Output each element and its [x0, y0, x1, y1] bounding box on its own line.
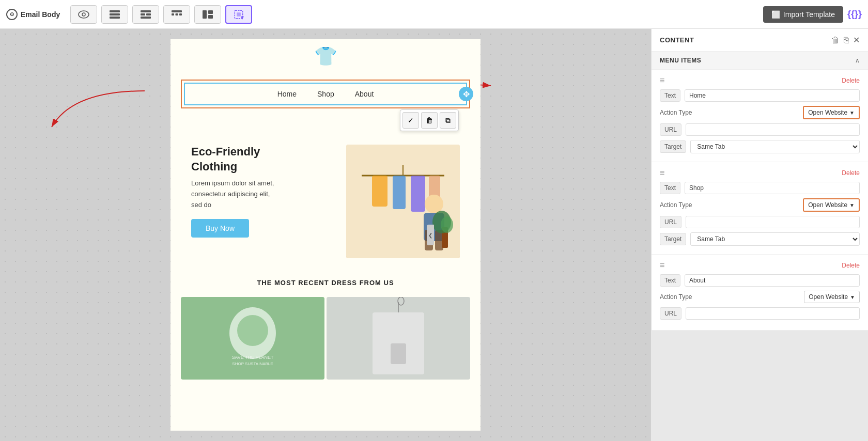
panel-section-header[interactable]: MENU ITEMS ∧	[652, 52, 868, 70]
panel-header-icons: 🗑 ⎘ ✕	[831, 35, 860, 45]
target-select-home[interactable]: Same Tab New Tab	[690, 140, 860, 153]
panel-header: CONTENT 🗑 ⎘ ✕	[652, 29, 868, 52]
menu-section[interactable]: Home Shop About ✥ ✓ 🗑 ⧉	[181, 80, 470, 108]
item-row-home: ≡ Delete	[660, 76, 860, 85]
clothing-illustration	[346, 145, 460, 258]
import-template-button[interactable]: ⬜ Import Template	[763, 6, 843, 23]
svg-rect-11	[176, 13, 178, 15]
buy-now-button[interactable]: Buy Now	[191, 219, 249, 238]
svg-point-37	[237, 315, 268, 346]
delete-button-about[interactable]: Delete	[842, 262, 860, 269]
target-label-home: Target	[660, 140, 686, 153]
toolbar-btn-layout3[interactable]	[163, 5, 190, 24]
menu-item-block-shop: ≡ Delete Text Action Type Open Website ▼…	[652, 162, 868, 255]
url-input-about[interactable]	[686, 307, 860, 320]
action-type-row-shop: Action Type Open Website ▼	[660, 198, 860, 212]
panel-title: CONTENT	[660, 36, 694, 44]
product-row: SAVE THE PLANET SHOP SUSTAINABLE	[171, 297, 481, 380]
curly-braces-button[interactable]: {{}}	[847, 9, 862, 20]
panel-section-title: MENU ITEMS	[660, 57, 701, 64]
url-input-shop[interactable]	[686, 216, 860, 228]
svg-point-0	[79, 11, 89, 18]
toolbar-btn-layout2[interactable]	[132, 5, 159, 24]
toolbar-btn-layout4[interactable]	[194, 5, 221, 24]
action-type-select-about[interactable]: Open Website ▼	[804, 291, 860, 303]
action-type-select-home[interactable]: Open Website ▼	[803, 106, 860, 119]
email-canvas: 👕 Home Shop About ✥ ✓ 🗑 ⧉	[171, 39, 481, 431]
app-title: Email Body	[21, 10, 60, 19]
menu-toolbar: ✓ 🗑 ⧉	[400, 109, 459, 131]
svg-rect-24	[372, 176, 388, 207]
svg-text:SHOP SUSTAINABLE: SHOP SUSTAINABLE	[232, 361, 273, 366]
text-input-shop[interactable]	[685, 182, 860, 194]
eco-title: Eco-FriendlyClothing	[191, 145, 336, 174]
app-logo: ⊙ Email Body	[6, 9, 60, 20]
menu-trash-button[interactable]: 🗑	[421, 112, 438, 129]
import-template-icon: ⬜	[771, 10, 780, 19]
menu-item-block-home: ≡ Delete Text Action Type Open Website ▼…	[652, 70, 868, 162]
action-type-row-about: Action Type Open Website ▼	[660, 291, 860, 303]
svg-rect-25	[393, 176, 406, 209]
svg-rect-44	[391, 343, 406, 364]
delete-button-home[interactable]: Delete	[842, 77, 860, 84]
menu-cross-button[interactable]: ✥	[459, 87, 473, 101]
product-img-2	[327, 297, 470, 380]
arrow-left	[21, 81, 155, 143]
menu-item-block-about: ≡ Delete Text Action Type Open Website ▼…	[652, 255, 868, 330]
text-field-row-shop: Text	[660, 182, 860, 194]
menu-link-shop[interactable]: Shop	[317, 90, 334, 98]
target-label-shop: Target	[660, 233, 686, 245]
svg-rect-9	[172, 10, 182, 12]
toolbar-right: ⬜ Import Template {{}}	[763, 6, 862, 23]
delete-button-shop[interactable]: Delete	[842, 169, 860, 177]
dress-section: THE MOST RECENT DRESS FROM US	[171, 269, 481, 297]
drag-handle-shop[interactable]: ≡	[660, 168, 664, 178]
toolbar-btn-eye[interactable]	[70, 5, 97, 24]
logo-icon: ⊙	[6, 9, 18, 20]
panel-copy-button[interactable]: ⎘	[844, 36, 849, 45]
text-input-home[interactable]	[685, 89, 860, 102]
toolbar-btn-layout1[interactable]	[101, 5, 128, 24]
menu-inner: Home Shop About ✥	[184, 83, 467, 105]
eco-desc: Lorem ipsum dolor sit amet,consectetur a…	[191, 178, 336, 210]
target-row-home: Target Same Tab New Tab	[660, 140, 860, 153]
text-label-home: Text	[660, 89, 680, 102]
menu-link-about[interactable]: About	[355, 90, 374, 98]
menu-link-home[interactable]: Home	[277, 90, 297, 98]
canvas-area: 👕 Home Shop About ✥ ✓ 🗑 ⧉	[0, 29, 651, 441]
right-panel: CONTENT 🗑 ⎘ ✕ MENU ITEMS ∧ ≡ Delete Text	[651, 29, 868, 330]
svg-rect-5	[141, 10, 151, 12]
svg-rect-2	[110, 10, 120, 12]
svg-point-28	[425, 195, 443, 213]
svg-rect-12	[179, 13, 182, 15]
drag-handle-home[interactable]: ≡	[660, 76, 664, 85]
panel-close-button[interactable]: ✕	[853, 35, 860, 45]
panel-delete-button[interactable]: 🗑	[831, 36, 840, 45]
menu-duplicate-button[interactable]: ⧉	[440, 112, 456, 129]
text-input-about[interactable]	[685, 274, 860, 287]
svg-rect-26	[411, 176, 425, 212]
section-chevron-icon: ∧	[855, 57, 860, 64]
svg-rect-3	[110, 13, 120, 15]
url-field-row-about: URL	[660, 307, 860, 320]
url-field-row-shop: URL	[660, 216, 860, 228]
menu-check-button[interactable]: ✓	[402, 112, 419, 129]
toolbar-btn-active[interactable]	[225, 5, 252, 24]
text-label-shop: Text	[660, 182, 680, 194]
text-label-about: Text	[660, 274, 680, 287]
drag-handle-about[interactable]: ≡	[660, 261, 664, 270]
svg-rect-13	[203, 10, 207, 19]
svg-rect-8	[141, 17, 151, 19]
content-section: Eco-FriendlyClothing Lorem ipsum dolor s…	[171, 119, 481, 269]
right-panel-wrapper: CONTENT 🗑 ⎘ ✕ MENU ITEMS ∧ ≡ Delete Text	[651, 29, 868, 441]
dress-section-title: THE MOST RECENT DRESS FROM US	[257, 279, 394, 287]
text-field-row-home: Text	[660, 89, 860, 102]
collapse-panel-button[interactable]: ❮	[427, 225, 434, 245]
action-type-select-shop[interactable]: Open Website ▼	[803, 198, 860, 212]
target-select-shop[interactable]: Same Tab New Tab	[690, 232, 860, 246]
action-type-label-about: Action Type	[660, 293, 692, 301]
svg-rect-10	[172, 13, 174, 15]
url-input-home[interactable]	[686, 123, 860, 136]
action-type-label-shop: Action Type	[660, 201, 692, 209]
svg-text:SAVE THE PLANET: SAVE THE PLANET	[231, 355, 274, 360]
